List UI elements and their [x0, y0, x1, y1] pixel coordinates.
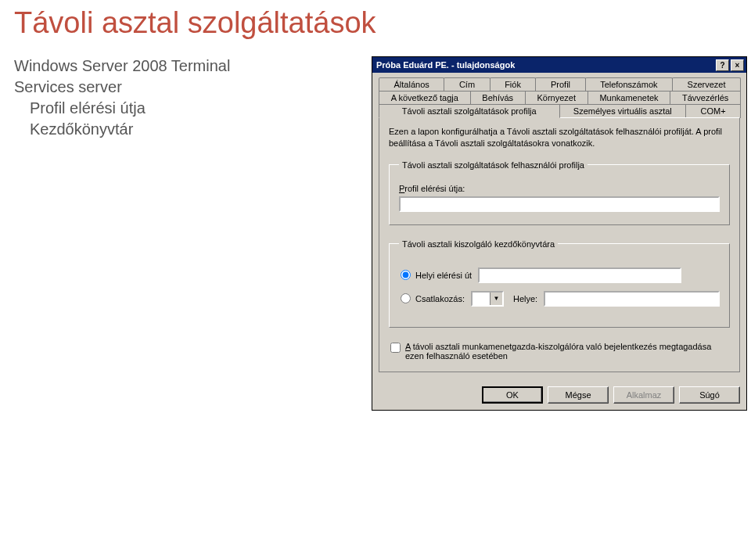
radio-connect-label: Csatlakozás: [415, 294, 465, 303]
tab-organization[interactable]: Szervezet [672, 77, 741, 91]
tab-telephones[interactable]: Telefonszámok [585, 77, 673, 91]
cancel-button[interactable]: Mégse [548, 386, 609, 404]
tab-account[interactable]: Fiók [490, 77, 537, 91]
close-icon[interactable]: × [731, 59, 744, 71]
radio-row-connect: Csatlakozás: ▼ Helye: [399, 291, 720, 307]
local-path-input[interactable] [478, 267, 681, 283]
tab-personal-vdesktop[interactable]: Személyes virtuális asztal [559, 104, 687, 118]
deny-logon-label: A távoli asztali munkamenetgazda-kiszolg… [405, 342, 730, 361]
place-label: Helye: [513, 294, 537, 303]
radio-local-path[interactable] [401, 270, 411, 280]
tab-panel: Ezen a lapon konfigurálhatja a Távoli as… [379, 117, 740, 372]
tab-environment[interactable]: Környezet [525, 91, 588, 104]
tab-remotecontrol[interactable]: Távvezérlés [670, 91, 741, 104]
titlebar[interactable]: Próba Eduárd PE. - tulajdonságok ? × [372, 57, 746, 73]
network-path-input[interactable] [544, 291, 720, 307]
deny-logon-checkbox[interactable] [390, 343, 401, 353]
apply-button[interactable]: Alkalmaz [613, 386, 674, 404]
help-button[interactable]: Súgó [679, 386, 740, 404]
help-icon[interactable]: ? [716, 59, 729, 71]
chevron-down-icon[interactable]: ▼ [490, 293, 502, 305]
button-bar: OK Mégse Alkalmaz Súgó [372, 380, 746, 410]
tab-rds-profile[interactable]: Távoli asztali szolgáltatások profilja [379, 104, 560, 118]
ok-button[interactable]: OK [482, 386, 543, 404]
drive-letter-input[interactable] [473, 293, 490, 305]
tab-general[interactable]: Általános [379, 77, 444, 91]
tab-profile[interactable]: Profil [535, 77, 585, 91]
page-title: Távoli asztal szolgáltatások [14, 6, 751, 40]
group-user-profile-legend: Távoli asztali szolgáltatások felhasznál… [399, 160, 588, 170]
deny-logon-row: A távoli asztali munkamenetgazda-kiszolg… [389, 342, 730, 361]
tab-memberof[interactable]: A következő tagja [379, 91, 471, 104]
group-user-profile: Távoli asztali szolgáltatások felhasznál… [389, 160, 730, 225]
profile-path-label: PProfil elérési útja:rofil elérési útja: [399, 184, 720, 193]
tab-dialin[interactable]: Behívás [470, 91, 526, 104]
radio-local-path-label: Helyi elérési út [415, 271, 472, 280]
profile-path-input[interactable] [399, 196, 720, 212]
radio-row-local: Helyi elérési út [399, 267, 720, 283]
group-home-folder: Távoli asztali kiszolgáló kezdőkönyvtára… [389, 239, 730, 328]
group-home-folder-legend: Távoli asztali kiszolgáló kezdőkönyvtára [399, 239, 558, 249]
tabstrip: Általános Cím Fiók Profil Telefonszámok … [379, 77, 740, 118]
tab-sessions[interactable]: Munkamenetek [588, 91, 671, 104]
tab-complus[interactable]: COM+ [685, 104, 741, 118]
tab-description: Ezen a lapon konfigurálhatja a Távoli as… [389, 126, 730, 149]
titlebar-text: Próba Eduárd PE. - tulajdonságok [376, 60, 515, 70]
radio-connect[interactable] [401, 293, 411, 303]
tab-address[interactable]: Cím [444, 77, 490, 91]
properties-dialog: Próba Eduárd PE. - tulajdonságok ? × Ált… [372, 56, 747, 411]
drive-letter-combo[interactable]: ▼ [471, 291, 504, 307]
